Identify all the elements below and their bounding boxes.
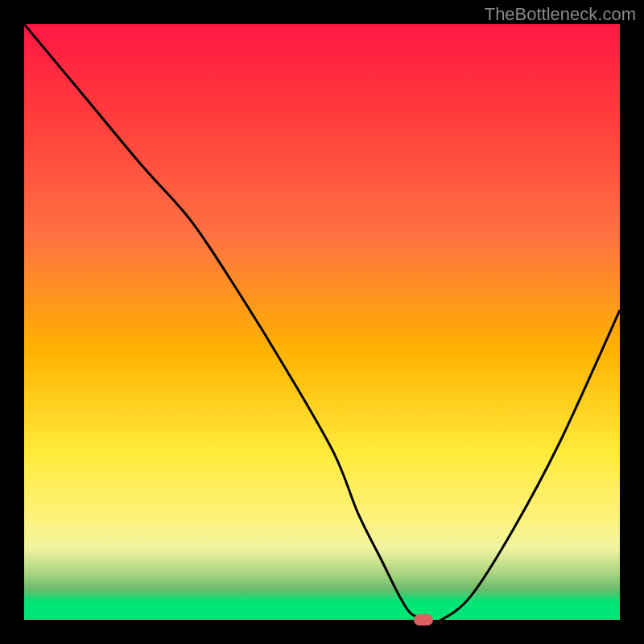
optimum-marker — [414, 614, 433, 625]
watermark-text: TheBottleneck.com — [485, 4, 636, 25]
curve-overlay — [24, 24, 620, 620]
chart-container: TheBottleneck.com — [0, 0, 644, 644]
bottleneck-curve — [24, 24, 620, 620]
plot-area — [24, 24, 620, 620]
